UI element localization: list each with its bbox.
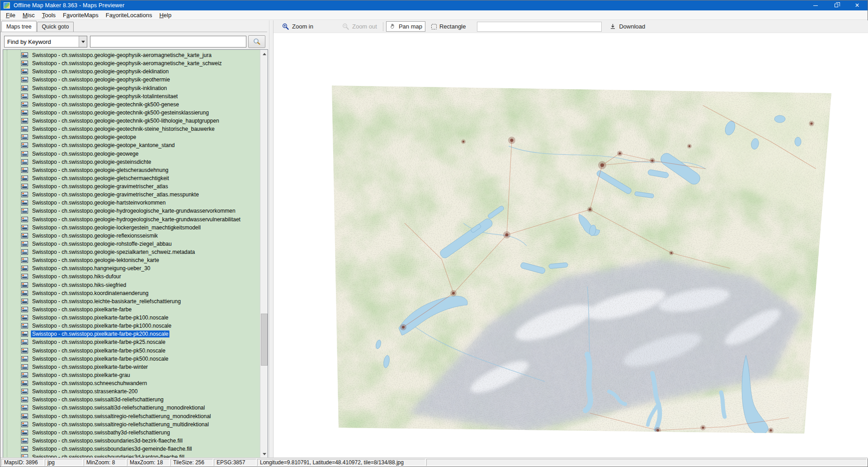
tree-item[interactable]: Swisstopo - ch.swisstopo.pixelkarte-grau xyxy=(3,371,260,379)
tree-item[interactable]: Swisstopo - ch.swisstopo.geologie-geotop… xyxy=(3,133,260,141)
map-layer-icon xyxy=(21,200,28,205)
map-layer-icon xyxy=(21,266,28,271)
tree-item[interactable]: Swisstopo - ch.swisstopo.geologie-geophy… xyxy=(3,51,260,59)
tree-item[interactable]: Swisstopo - ch.swisstopo.geologie-geophy… xyxy=(3,59,260,67)
tree-item[interactable]: Swisstopo - ch.swisstopo.geologie-geophy… xyxy=(3,84,260,92)
tab-maps-tree[interactable]: Maps tree xyxy=(1,21,37,32)
tree-item[interactable]: Swisstopo - ch.swisstopo.pixelkarte-farb… xyxy=(3,305,260,314)
tree-item[interactable]: Swisstopo - ch.swisstopo.pixelkarte-farb… xyxy=(3,330,260,338)
maps-tree[interactable]: Swisstopo - ch.swisstopo.geologie-geophy… xyxy=(3,49,268,458)
tree-item[interactable]: Swisstopo - ch.swisstopo.pixelkarte-farb… xyxy=(3,322,260,330)
menu-misc[interactable]: Misc xyxy=(19,11,38,19)
tree-item[interactable]: Swisstopo - ch.swisstopo.geologie-geotec… xyxy=(3,125,260,133)
tree-item[interactable]: Swisstopo - ch.swisstopo.pixelkarte-farb… xyxy=(3,355,260,363)
map-layer-icon xyxy=(21,446,28,452)
tree-item-label: Swisstopo - ch.swisstopo.pixelkarte-farb… xyxy=(31,363,149,371)
menu-favoritelocations[interactable]: FavoriteLocations xyxy=(102,11,156,19)
tree-scrollbar[interactable] xyxy=(260,50,268,458)
tree-item[interactable]: Swisstopo - ch.swisstopo.geologie-geophy… xyxy=(3,76,260,84)
tree-item[interactable]: Swisstopo - ch.swisstopo.geologie-geotop… xyxy=(3,141,260,149)
tree-item[interactable]: Swisstopo - ch.swisstopo.strassenkarte-2… xyxy=(3,387,260,396)
tab-quick-goto[interactable]: Quick goto xyxy=(37,22,74,32)
tree-item-label: Swisstopo - ch.swisstopo.geologie-geotec… xyxy=(31,125,216,133)
tree-item[interactable]: Swisstopo - ch.swisstopo.schneeschuhwand… xyxy=(3,379,260,387)
menu-tools[interactable]: Tools xyxy=(38,11,59,19)
tree-item[interactable]: Swisstopo - ch.swisstopo.geologie-geophy… xyxy=(3,67,260,76)
tree-item[interactable]: Swisstopo - ch.swisstopo.geologie-geotec… xyxy=(3,100,260,109)
tree-item[interactable]: Swisstopo - ch.swisstopo.geologie-locker… xyxy=(3,224,260,232)
tree-item[interactable]: Swisstopo - ch.swisstopo.hiks-dufour xyxy=(3,272,260,281)
scroll-down-button[interactable] xyxy=(260,450,268,458)
map-layer-icon xyxy=(21,184,28,189)
tree-item[interactable]: Swisstopo - ch.swisstopo.geologie-gravim… xyxy=(3,182,260,191)
minimize-button[interactable] xyxy=(805,0,826,10)
tree-item[interactable]: Swisstopo - ch.swisstopo.geologie-gletsc… xyxy=(3,166,260,174)
tree-item[interactable]: Swisstopo - ch.swisstopo.geologie-gestei… xyxy=(3,158,260,166)
tree-item[interactable]: Swisstopo - ch.swisstopo.pixelkarte-farb… xyxy=(3,314,260,322)
zoom-in-button[interactable]: Zoom in xyxy=(279,21,316,32)
combo-dropdown-button[interactable] xyxy=(79,36,87,47)
tree-item[interactable]: Swisstopo - ch.swisstopo.geologie-gravim… xyxy=(3,191,260,199)
download-button[interactable]: Download xyxy=(606,21,648,32)
tree-item[interactable]: Swisstopo - ch.swisstopo.geologie-geophy… xyxy=(3,92,260,100)
tree-item[interactable]: Swisstopo - ch.swisstopo.pixelkarte-farb… xyxy=(3,347,260,355)
panel-splitter[interactable] xyxy=(269,20,274,458)
download-icon xyxy=(609,23,616,30)
tab-bar: Maps tree Quick goto xyxy=(1,21,74,32)
tree-item[interactable]: Swisstopo - ch.swisstopo.geologie-hydrog… xyxy=(3,215,260,224)
close-button[interactable]: × xyxy=(847,0,868,10)
status-cell-3: MaxZoom: 18 xyxy=(127,459,170,466)
minimize-icon xyxy=(813,5,818,6)
tree-item[interactable]: Swisstopo - ch.swisstopo.geologie-reflex… xyxy=(3,232,260,240)
tree-item[interactable]: Swisstopo - ch.swisstopo.geologie-hydrog… xyxy=(3,207,260,215)
tree-item[interactable]: Swisstopo - ch.swisstopo.hiks-siegfried xyxy=(3,281,260,289)
menu-help[interactable]: Help xyxy=(156,11,175,19)
tree-item[interactable]: Swisstopo - ch.swisstopo.swissalti3d-rel… xyxy=(3,404,260,412)
zoom-out-button[interactable]: Zoom out xyxy=(339,21,380,32)
tree-item[interactable]: Swisstopo - ch.swisstopo.geologie-geoweg… xyxy=(3,150,260,158)
tree-item-label: Swisstopo - ch.swisstopo.geologie-geophy… xyxy=(31,85,168,92)
tree-item-label: Swisstopo - ch.swisstopo.swissalti3d-rel… xyxy=(31,396,165,403)
tree-item[interactable]: Swisstopo - ch.swisstopo.geologie-hartst… xyxy=(3,199,260,207)
rectangle-button[interactable]: Rectangle xyxy=(428,21,469,32)
scroll-up-button[interactable] xyxy=(260,50,268,57)
scrollbar-thumb[interactable] xyxy=(261,314,268,366)
search-input[interactable] xyxy=(90,36,246,48)
tree-item-label: Swisstopo - ch.swisstopo.swissalti3d-rel… xyxy=(31,404,206,411)
map-layer-icon xyxy=(21,405,28,410)
tree-item[interactable]: Swisstopo - ch.swisstopo.geologie-geotec… xyxy=(3,117,260,125)
map-viewport[interactable] xyxy=(274,33,868,458)
tree-item[interactable]: Swisstopo - ch.swisstopo.leichte-basiska… xyxy=(3,297,260,305)
tree-item[interactable]: Swisstopo - ch.swisstopo.swissbathy3d-re… xyxy=(3,429,260,437)
tree-item[interactable]: Swisstopo - ch.swisstopo.swissalti3d-rel… xyxy=(3,396,260,404)
pan-map-button[interactable]: Pan map xyxy=(386,21,425,32)
map-layer-icon xyxy=(21,422,28,427)
restore-button[interactable] xyxy=(826,0,847,10)
menu-file[interactable]: File xyxy=(2,11,19,19)
tree-item[interactable]: Swisstopo - ch.swisstopo.swissaltiregio-… xyxy=(3,412,260,420)
tree-item[interactable]: Swisstopo - ch.swisstopo.pixelkarte-farb… xyxy=(3,363,260,371)
tree-item-label: Swisstopo - ch.swisstopo.hiks-dufour xyxy=(31,273,123,280)
tree-item[interactable]: Swisstopo - ch.swisstopo.pixelkarte-farb… xyxy=(3,338,260,346)
tree-item[interactable]: Swisstopo - ch.swisstopo.swissaltiregio-… xyxy=(3,420,260,429)
tree-item[interactable]: Swisstopo - ch.swisstopo.hangneigung-ueb… xyxy=(3,264,260,272)
menu-favoritemaps[interactable]: FavoriteMaps xyxy=(59,11,102,19)
toolbar-input[interactable] xyxy=(477,22,602,32)
map-layer-icon xyxy=(21,159,28,165)
map-layer-icon xyxy=(21,307,28,312)
tree-item[interactable]: Swisstopo - ch.swisstopo.geologie-spezia… xyxy=(3,248,260,256)
tree-item[interactable]: Swisstopo - ch.swisstopo.geologie-gletsc… xyxy=(3,174,260,182)
menubar: FileMiscToolsFavoriteMapsFavoriteLocatio… xyxy=(0,10,868,20)
map-layer-icon xyxy=(21,323,28,329)
tree-item[interactable]: Swisstopo - ch.swisstopo.swissboundaries… xyxy=(3,437,260,445)
tree-item-label: Swisstopo - ch.swisstopo.geologie-geotop… xyxy=(31,133,137,141)
tree-item[interactable]: Swisstopo - ch.swisstopo.geologie-tekton… xyxy=(3,256,260,264)
find-mode-select[interactable]: Find by Keyword xyxy=(4,36,87,48)
download-label: Download xyxy=(619,23,645,30)
search-button[interactable] xyxy=(248,35,265,48)
tree-item[interactable]: Swisstopo - ch.swisstopo.geologie-geotec… xyxy=(3,109,260,117)
zoom-out-label: Zoom out xyxy=(352,23,377,30)
tree-item[interactable]: Swisstopo - ch.swisstopo.swissboundaries… xyxy=(3,445,260,453)
tree-item[interactable]: Swisstopo - ch.swisstopo.koordinatenaend… xyxy=(3,289,260,297)
tree-item[interactable]: Swisstopo - ch.swisstopo.geologie-rohsto… xyxy=(3,240,260,248)
